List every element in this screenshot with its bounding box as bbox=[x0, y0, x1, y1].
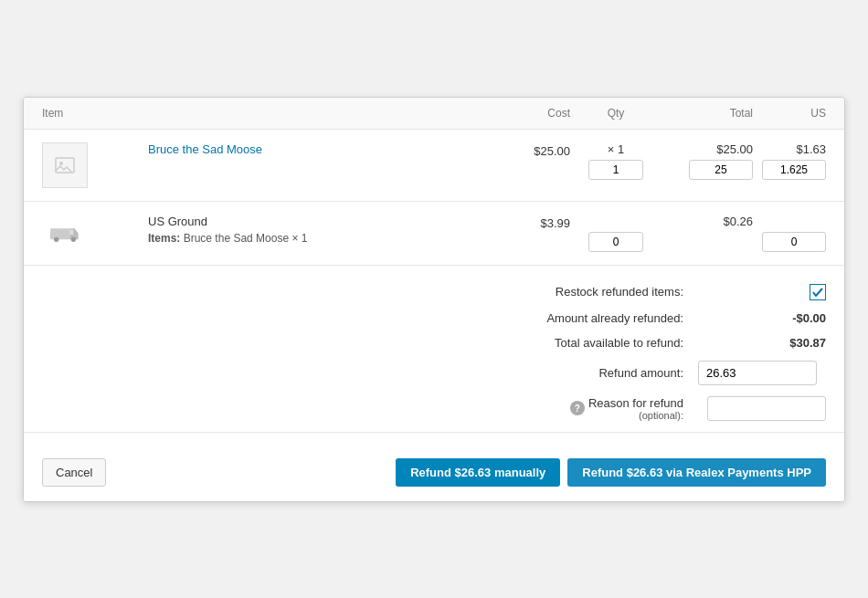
refund-amount-row: Refund amount: bbox=[42, 361, 826, 385]
product-name-col: Bruce the Sad Moose bbox=[143, 142, 479, 156]
footer: Cancel Refund $26.63 manually Refund $26… bbox=[24, 444, 844, 501]
shipping-name: US Ground bbox=[148, 215, 479, 228]
svg-rect-2 bbox=[50, 228, 69, 239]
reason-label-col: ? Reason for refund (optional): bbox=[482, 396, 683, 421]
shipping-cost: $3.99 bbox=[479, 215, 570, 234]
restock-label: Restock refunded items: bbox=[482, 285, 683, 299]
product-total-input[interactable] bbox=[689, 160, 753, 180]
product-cost: $25.00 bbox=[479, 142, 570, 158]
restock-checkbox[interactable] bbox=[810, 284, 826, 300]
refund-amount-label: Refund amount: bbox=[482, 366, 683, 380]
restock-value bbox=[698, 284, 826, 300]
product-link[interactable]: Bruce the Sad Moose bbox=[148, 142, 262, 156]
product-row: Bruce the Sad Moose $25.00 × 1 $25.00 $1… bbox=[24, 130, 844, 202]
product-us-input[interactable] bbox=[762, 160, 826, 180]
product-qty-input[interactable] bbox=[588, 160, 643, 180]
checkmark-icon bbox=[812, 287, 823, 298]
svg-point-4 bbox=[71, 236, 76, 241]
total-available-row: Total available to refund: $30.87 bbox=[42, 336, 826, 350]
shipping-items: Items: Bruce the Sad Moose × 1 bbox=[148, 232, 479, 245]
header-cost: Cost bbox=[479, 107, 570, 120]
truck-icon bbox=[50, 224, 79, 242]
already-refunded-value: -$0.00 bbox=[698, 311, 826, 325]
product-total-display: $25.00 bbox=[662, 142, 753, 156]
shipping-row: US Ground Items: Bruce the Sad Moose × 1… bbox=[24, 202, 844, 266]
footer-divider bbox=[24, 432, 844, 433]
table-header: Item Cost Qty Total US bbox=[24, 98, 844, 130]
product-us-col: $1.63 bbox=[753, 142, 826, 180]
shipping-name-col: US Ground Items: Bruce the Sad Moose × 1 bbox=[143, 215, 479, 245]
header-qty: Qty bbox=[570, 107, 662, 120]
product-qty-display: × 1 bbox=[570, 142, 662, 156]
shipping-icon-col bbox=[42, 215, 143, 251]
refund-amount-input[interactable] bbox=[698, 361, 817, 385]
svg-point-3 bbox=[54, 236, 58, 241]
already-refunded-row: Amount already refunded: -$0.00 bbox=[42, 311, 826, 325]
cancel-button[interactable]: Cancel bbox=[42, 458, 106, 487]
reason-col bbox=[698, 396, 826, 421]
already-refunded-label: Amount already refunded: bbox=[482, 311, 683, 325]
refund-amount-col bbox=[698, 361, 826, 385]
product-total-col: $25.00 bbox=[662, 142, 753, 180]
refund-manual-button[interactable]: Refund $26.63 manually bbox=[396, 458, 560, 487]
product-qty-col: × 1 bbox=[570, 142, 662, 180]
action-buttons: Refund $26.63 manually Refund $26.63 via… bbox=[396, 458, 826, 487]
svg-point-1 bbox=[59, 162, 63, 165]
product-image bbox=[42, 142, 143, 188]
shipping-refund-input[interactable] bbox=[588, 232, 643, 252]
product-us-display: $1.63 bbox=[753, 142, 826, 156]
svg-rect-5 bbox=[69, 229, 73, 234]
refund-dialog: Item Cost Qty Total US Bruce the Sad Moo… bbox=[23, 97, 845, 502]
restock-row: Restock refunded items: bbox=[42, 284, 826, 300]
refund-gateway-button[interactable]: Refund $26.63 via Realex Payments HPP bbox=[567, 458, 826, 487]
shipping-us-refund-input[interactable] bbox=[762, 232, 826, 252]
reason-input[interactable] bbox=[707, 396, 826, 421]
reason-row: ? Reason for refund (optional): bbox=[42, 396, 826, 421]
shipping-qty-col bbox=[570, 215, 662, 252]
header-item: Item bbox=[42, 107, 143, 120]
shipping-us-col bbox=[753, 215, 826, 252]
header-us: US bbox=[753, 107, 826, 120]
summary-section: Restock refunded items: Amount already r… bbox=[24, 266, 844, 421]
total-available-label: Total available to refund: bbox=[482, 336, 683, 350]
help-icon[interactable]: ? bbox=[570, 401, 585, 415]
svg-rect-0 bbox=[56, 158, 74, 173]
header-total: Total bbox=[662, 107, 753, 120]
shipping-total-col: $0.26 bbox=[662, 215, 753, 232]
image-placeholder-icon bbox=[54, 154, 76, 176]
total-available-value: $30.87 bbox=[698, 336, 826, 350]
